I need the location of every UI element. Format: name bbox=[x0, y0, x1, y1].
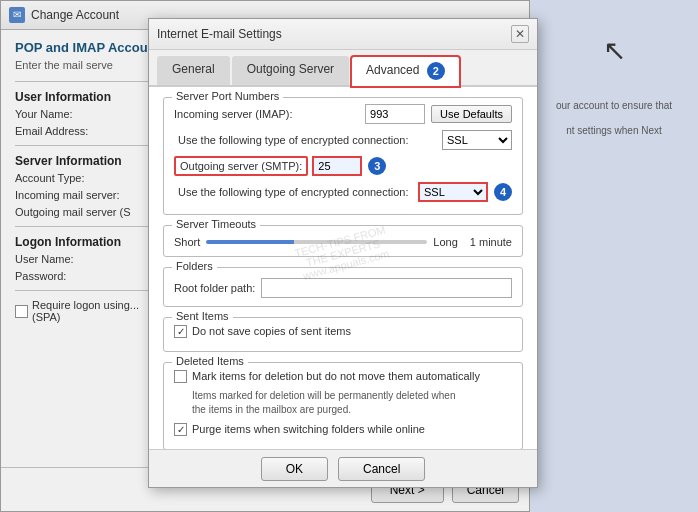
deleted-items-label: Deleted Items bbox=[172, 355, 248, 367]
incoming-server-label: Incoming server (IMAP): bbox=[174, 108, 365, 120]
outgoing-mail-label: Outgoing mail server (S bbox=[15, 206, 131, 218]
outgoing-server-label: Outgoing server (SMTP): bbox=[180, 160, 302, 172]
folders-label: Folders bbox=[172, 260, 217, 272]
incoming-server-input[interactable] bbox=[365, 104, 425, 124]
sent-items-label: Sent Items bbox=[172, 310, 233, 322]
root-folder-label: Root folder path: bbox=[174, 282, 255, 294]
your-name-label: Your Name: bbox=[15, 108, 105, 120]
encrypt-row-2: Use the following type of encrypted conn… bbox=[174, 182, 512, 202]
encrypt-select-1[interactable]: SSL TLS None bbox=[442, 130, 512, 150]
account-type-label: Account Type: bbox=[15, 172, 105, 184]
require-logon-checkbox[interactable] bbox=[15, 305, 28, 318]
duration-label: 1 minute bbox=[470, 236, 512, 248]
encrypt-label-2: Use the following type of encrypted conn… bbox=[178, 186, 418, 198]
deleted-items-section: Deleted Items Mark items for deletion bu… bbox=[163, 362, 523, 450]
use-defaults-button[interactable]: Use Defaults bbox=[431, 105, 512, 123]
modal-titlebar: Internet E-mail Settings ✕ bbox=[149, 19, 537, 50]
tab-general[interactable]: General bbox=[157, 56, 230, 85]
tab-outgoing-server[interactable]: Outgoing Server bbox=[232, 56, 349, 85]
server-timeouts-section: Server Timeouts Short Long 1 minute bbox=[163, 225, 523, 257]
tab-advanced[interactable]: Advanced 2 bbox=[351, 56, 460, 87]
require-logon-label: Require logon using...(SPA) bbox=[32, 299, 139, 323]
server-ports-section: Server Port Numbers Incoming server (IMA… bbox=[163, 97, 523, 215]
modal-close-button[interactable]: ✕ bbox=[511, 25, 529, 43]
server-timeouts-label: Server Timeouts bbox=[172, 218, 260, 230]
bg-window-icon: ✉ bbox=[9, 7, 25, 23]
outgoing-smtp-row: Outgoing server (SMTP): 3 bbox=[174, 156, 512, 176]
purge-text: Purge items when switching folders while… bbox=[192, 422, 425, 436]
long-label: Long bbox=[433, 236, 457, 248]
timeout-slider[interactable] bbox=[206, 240, 427, 244]
bg-window-title: Change Account bbox=[31, 8, 119, 22]
modal-footer: OK Cancel bbox=[149, 449, 537, 487]
step-3-circle: 3 bbox=[368, 157, 386, 175]
outgoing-server-input[interactable] bbox=[312, 156, 362, 176]
sent-items-checkbox-row: ✓ Do not save copies of sent items bbox=[174, 324, 512, 338]
tab-bar: General Outgoing Server Advanced 2 bbox=[149, 50, 537, 87]
internet-email-settings-dialog: Internet E-mail Settings ✕ General Outgo… bbox=[148, 18, 538, 488]
root-folder-row: Root folder path: bbox=[174, 278, 512, 298]
server-ports-label: Server Port Numbers bbox=[172, 90, 283, 102]
incoming-server-row: Incoming server (IMAP): Use Defaults bbox=[174, 104, 512, 124]
encrypt-label-1: Use the following type of encrypted conn… bbox=[178, 134, 442, 146]
deletion-note: Items marked for deletion will be perman… bbox=[174, 389, 512, 417]
folders-section: Folders Root folder path: bbox=[163, 267, 523, 307]
right-panel: ↖ our account to ensure that nt settings… bbox=[530, 0, 698, 512]
modal-title: Internet E-mail Settings bbox=[157, 27, 282, 41]
mark-deletion-text: Mark items for deletion but do not move … bbox=[192, 369, 480, 383]
outgoing-label-highlighted: Outgoing server (SMTP): bbox=[174, 156, 308, 176]
username-label: User Name: bbox=[15, 253, 105, 265]
encrypt-row-1: Use the following type of encrypted conn… bbox=[174, 130, 512, 150]
modal-cancel-button[interactable]: Cancel bbox=[338, 457, 425, 481]
right-text-2: nt settings when Next bbox=[558, 125, 670, 136]
purge-checkbox[interactable]: ✓ bbox=[174, 423, 187, 436]
incoming-mail-label: Incoming mail server: bbox=[15, 189, 120, 201]
mark-deletion-checkbox[interactable] bbox=[174, 370, 187, 383]
sent-items-text: Do not save copies of sent items bbox=[192, 324, 351, 338]
step-4-circle: 4 bbox=[494, 183, 512, 201]
short-label: Short bbox=[174, 236, 200, 248]
root-folder-input[interactable] bbox=[261, 278, 512, 298]
cursor-icon: ↖ bbox=[584, 20, 644, 80]
encrypt-select-2[interactable]: SSL TLS None bbox=[418, 182, 488, 202]
sent-items-section: Sent Items ✓ Do not save copies of sent … bbox=[163, 317, 523, 352]
sent-items-checkbox[interactable]: ✓ bbox=[174, 325, 187, 338]
ok-button[interactable]: OK bbox=[261, 457, 328, 481]
timeout-row: Short Long 1 minute bbox=[174, 236, 512, 248]
step-2-circle: 2 bbox=[427, 62, 445, 80]
mark-deletion-row: Mark items for deletion but do not move … bbox=[174, 369, 512, 383]
purge-row: ✓ Purge items when switching folders whi… bbox=[174, 422, 512, 436]
password-label: Password: bbox=[15, 270, 105, 282]
email-label: Email Address: bbox=[15, 125, 105, 137]
right-text-1: our account to ensure that bbox=[548, 100, 680, 111]
modal-body: Server Port Numbers Incoming server (IMA… bbox=[149, 87, 537, 470]
